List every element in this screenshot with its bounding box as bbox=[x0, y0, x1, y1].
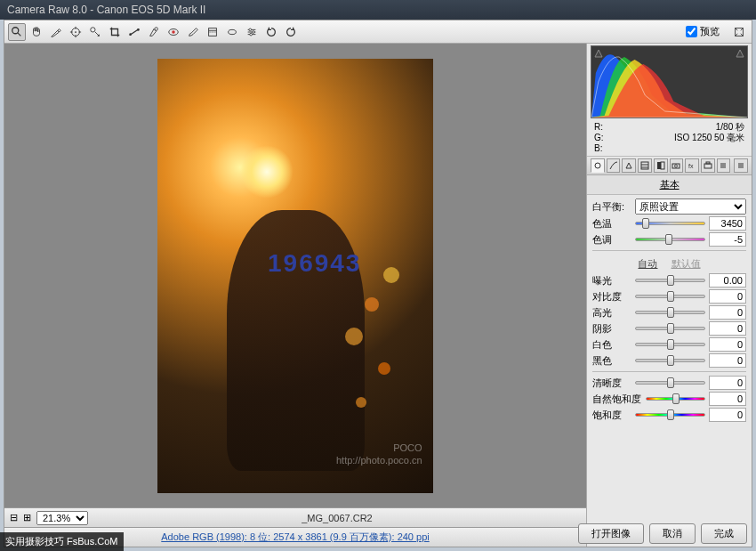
temp-value[interactable] bbox=[709, 216, 746, 231]
watermark-center: 196943 bbox=[268, 249, 361, 278]
graduated-filter-icon[interactable] bbox=[204, 23, 221, 41]
target-adjust-icon[interactable] bbox=[86, 23, 104, 41]
exposure-label: 曝光 bbox=[592, 274, 631, 288]
tab-presets-icon[interactable] bbox=[717, 158, 731, 173]
rotate-ccw-icon[interactable] bbox=[262, 23, 280, 41]
toolbar: 预览 bbox=[4, 20, 752, 44]
whites-label: 白色 bbox=[592, 338, 631, 352]
svg-point-26 bbox=[595, 163, 600, 168]
tab-lens-icon[interactable] bbox=[670, 158, 684, 173]
exposure-slider[interactable] bbox=[635, 274, 705, 287]
tint-slider[interactable] bbox=[635, 233, 705, 246]
cancel-button[interactable]: 取消 bbox=[649, 523, 696, 544]
zoom-minus-icon[interactable]: ⊟ bbox=[10, 512, 18, 523]
whites-slider[interactable] bbox=[635, 338, 705, 351]
shadows-slider[interactable] bbox=[635, 322, 705, 335]
contrast-slider[interactable] bbox=[635, 290, 705, 303]
clarity-label: 清晰度 bbox=[592, 377, 631, 390]
tab-fx-icon[interactable]: fx bbox=[685, 158, 699, 173]
vibrance-value[interactable] bbox=[709, 392, 746, 406]
blacks-slider[interactable] bbox=[635, 354, 705, 367]
highlights-value[interactable] bbox=[709, 305, 746, 320]
radial-filter-icon[interactable] bbox=[223, 23, 241, 41]
svg-point-24 bbox=[250, 33, 253, 36]
panel-tabs: fx bbox=[587, 157, 752, 175]
saturation-value[interactable] bbox=[709, 408, 746, 422]
svg-point-0 bbox=[12, 27, 19, 33]
wb-tool-icon[interactable] bbox=[47, 23, 65, 41]
svg-rect-27 bbox=[641, 162, 648, 169]
svg-line-1 bbox=[18, 32, 21, 36]
temp-slider[interactable] bbox=[635, 217, 705, 230]
svg-point-10 bbox=[129, 33, 132, 36]
svg-point-18 bbox=[229, 29, 237, 34]
wb-label: 白平衡: bbox=[592, 200, 631, 214]
blacks-value[interactable] bbox=[709, 353, 746, 368]
basic-panel: 白平衡: 原照设置 色温 色调 自动 默认值 bbox=[587, 195, 752, 547]
svg-rect-31 bbox=[661, 162, 664, 169]
preview-checkbox[interactable]: 预览 bbox=[686, 25, 720, 38]
crop-tool-icon[interactable] bbox=[106, 23, 124, 41]
clarity-slider[interactable] bbox=[635, 377, 705, 389]
svg-point-8 bbox=[91, 27, 95, 31]
preview-pane: 196943 POCO http://photo.poco.cn ⊟ ⊞ 21.… bbox=[4, 44, 586, 547]
clarity-value[interactable] bbox=[709, 376, 746, 390]
exposure-value[interactable] bbox=[709, 273, 746, 288]
vibrance-slider[interactable] bbox=[646, 393, 705, 405]
shadows-value[interactable] bbox=[709, 321, 746, 336]
tab-basic-icon[interactable] bbox=[591, 158, 605, 173]
svg-rect-35 bbox=[704, 164, 712, 168]
highlights-slider[interactable] bbox=[635, 306, 705, 319]
window-title: Camera Raw 8.0 - Canon EOS 5D Mark II bbox=[7, 4, 205, 16]
svg-point-14 bbox=[172, 30, 175, 34]
wb-select[interactable]: 原照设置 bbox=[635, 199, 746, 215]
temp-label: 色温 bbox=[592, 217, 631, 231]
tab-camera-icon[interactable] bbox=[701, 158, 715, 173]
panel-menu-icon[interactable] bbox=[734, 158, 748, 173]
saturation-label: 饱和度 bbox=[592, 409, 631, 422]
image-viewport[interactable]: 196943 POCO http://photo.poco.cn bbox=[4, 44, 586, 507]
watermark-bottom-right: POCO http://photo.poco.cn bbox=[336, 442, 422, 467]
main-window: 预览 196943 POCO http://photo.poco.cn ⊟ ⊞ bbox=[4, 20, 752, 547]
done-button[interactable]: 完成 bbox=[701, 523, 747, 544]
svg-point-22 bbox=[249, 28, 252, 31]
zoom-select[interactable]: 21.3% bbox=[36, 511, 88, 525]
default-link[interactable]: 默认值 bbox=[672, 258, 701, 269]
auto-link[interactable]: 自动 bbox=[638, 258, 657, 269]
svg-rect-30 bbox=[657, 162, 661, 169]
zoom-plus-icon[interactable]: ⊞ bbox=[23, 512, 31, 523]
tint-label: 色调 bbox=[592, 233, 631, 247]
contrast-value[interactable] bbox=[709, 289, 746, 304]
histogram[interactable] bbox=[591, 45, 748, 118]
svg-point-3 bbox=[75, 31, 76, 33]
open-image-button[interactable]: 打开图像 bbox=[578, 523, 644, 544]
tab-split-icon[interactable] bbox=[654, 158, 668, 173]
adjustment-brush-icon[interactable] bbox=[184, 23, 202, 41]
color-sampler-icon[interactable] bbox=[67, 23, 84, 41]
vibrance-label: 自然饱和度 bbox=[592, 393, 642, 406]
panel-title: 基本 bbox=[587, 175, 752, 195]
svg-point-33 bbox=[675, 165, 678, 167]
hand-tool-icon[interactable] bbox=[28, 23, 45, 41]
fullscreen-icon[interactable] bbox=[730, 23, 748, 41]
svg-text:fx: fx bbox=[688, 163, 694, 169]
photo-preview: 196943 POCO http://photo.poco.cn bbox=[157, 59, 433, 493]
tab-detail-icon[interactable] bbox=[622, 158, 636, 173]
saturation-slider[interactable] bbox=[635, 409, 705, 421]
tint-value[interactable] bbox=[709, 232, 746, 247]
rotate-cw-icon[interactable] bbox=[282, 23, 300, 41]
zoom-tool-icon[interactable] bbox=[8, 23, 26, 41]
straighten-tool-icon[interactable] bbox=[125, 23, 143, 41]
tab-hsl-icon[interactable] bbox=[638, 158, 652, 173]
prefs-icon[interactable] bbox=[243, 23, 261, 41]
contrast-label: 对比度 bbox=[592, 290, 631, 304]
rgb-readout: R:G:B: 1/80 秒 ISO 1250 50 毫米 bbox=[587, 120, 752, 157]
highlights-label: 高光 bbox=[592, 306, 631, 320]
redeye-tool-icon[interactable] bbox=[165, 23, 182, 41]
tab-curve-icon[interactable] bbox=[607, 158, 621, 173]
zoom-bar: ⊟ ⊞ 21.3% _MG_0067.CR2 bbox=[4, 507, 586, 527]
title-bar: Camera Raw 8.0 - Canon EOS 5D Mark II bbox=[0, 0, 756, 20]
svg-point-11 bbox=[137, 28, 140, 31]
spot-removal-icon[interactable] bbox=[145, 23, 163, 41]
whites-value[interactable] bbox=[709, 337, 746, 352]
